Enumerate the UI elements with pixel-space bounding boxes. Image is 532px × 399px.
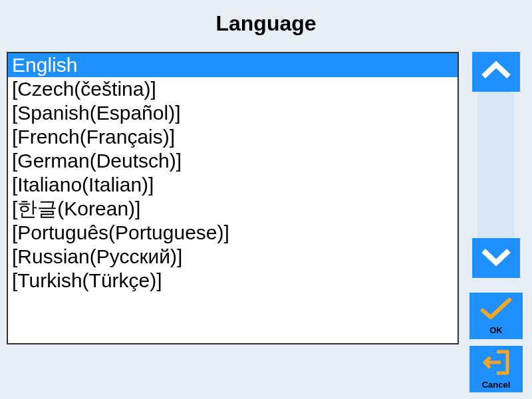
language-option[interactable]: [German(Deutsch)]	[8, 149, 458, 173]
main-panel: English[Czech(čeština)][Spanish(Español)…	[7, 52, 459, 344]
header: Language	[0, 0, 532, 47]
scroll-track[interactable]	[477, 92, 515, 238]
cancel-label: Cancel	[482, 380, 511, 390]
scroll-up-button[interactable]	[472, 52, 520, 92]
language-option[interactable]: [Russian(Русский)]	[8, 245, 458, 269]
language-option[interactable]: [Spanish(Español)]	[8, 101, 458, 125]
cancel-button[interactable]: Cancel	[469, 346, 523, 392]
language-option[interactable]: [French(Français)]	[8, 125, 458, 149]
action-buttons: OK Cancel	[469, 293, 523, 392]
chevron-down-icon	[481, 247, 511, 269]
language-option[interactable]: [Português(Portuguese)]	[8, 221, 458, 245]
language-option[interactable]: English	[8, 53, 458, 77]
language-option[interactable]: [Czech(čeština)]	[8, 77, 458, 101]
scrollbar	[469, 52, 523, 278]
language-option[interactable]: [한글(Korean)]	[8, 197, 458, 221]
exit-icon	[482, 349, 510, 378]
language-list[interactable]: English[Czech(čeština)][Spanish(Español)…	[7, 52, 459, 344]
scroll-down-button[interactable]	[472, 238, 520, 278]
ok-label: OK	[489, 325, 503, 335]
page-title: Language	[215, 11, 316, 36]
language-option[interactable]: [Italiano(Italian)]	[8, 173, 458, 197]
check-icon	[480, 297, 512, 324]
language-option[interactable]: [Turkish(Türkçe)]	[8, 269, 458, 293]
chevron-up-icon	[481, 61, 511, 83]
ok-button[interactable]: OK	[469, 293, 523, 339]
